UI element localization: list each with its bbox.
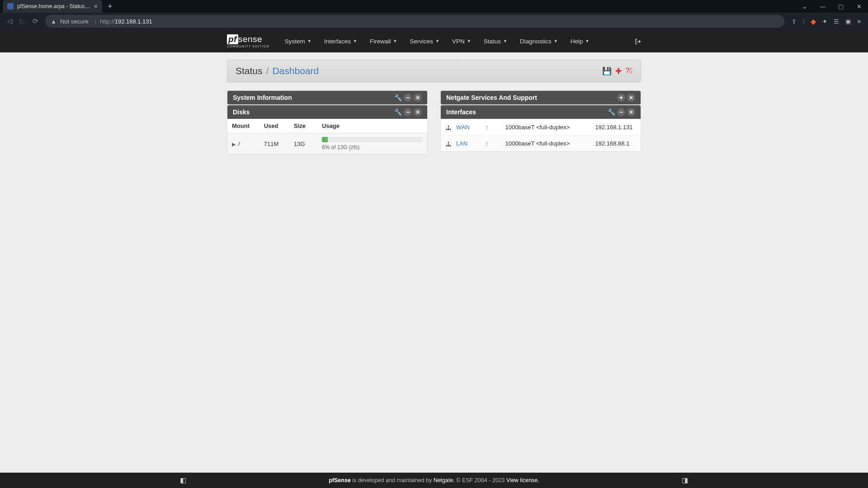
interface-media: 1000baseT <full-duplex> (501, 136, 591, 152)
not-secure-label: Not secure (60, 18, 89, 25)
panel-close-icon[interactable]: × (414, 108, 422, 116)
status-up-icon: ↑ (485, 140, 489, 147)
add-widget-icon[interactable]: ✚ (615, 66, 622, 76)
network-icon (445, 140, 453, 147)
panel-title: System Information (233, 94, 292, 101)
new-tab-button[interactable]: + (108, 2, 113, 11)
interface-row: WAN ↑ 1000baseT <full-duplex> 192.168.1.… (441, 119, 641, 136)
disk-row[interactable]: ▶/ 711M 13G 6% of 13G (zfs) (227, 133, 427, 155)
url-protocol: http:// (100, 18, 115, 25)
nav-menu: System▼ Interfaces▼ Firewall▼ Services▼ … (278, 30, 596, 52)
reader-icon[interactable]: ☰ (834, 18, 839, 25)
footer-toggle-left-icon[interactable]: ◧ (180, 476, 186, 484)
breadcrumb: Status / Dashboard 💾 ✚ ?⃝ (227, 60, 641, 82)
nav-interfaces[interactable]: Interfaces▼ (318, 30, 363, 52)
right-column: Netgate Services And Support + × Interfa… (440, 90, 641, 155)
panel-collapse-icon[interactable]: − (404, 94, 412, 102)
interface-link-wan[interactable]: WAN (456, 124, 470, 131)
browser-menu-icon[interactable]: ≡ (857, 18, 861, 25)
panel-collapse-icon[interactable]: − (404, 108, 412, 116)
usage-bar (322, 137, 423, 142)
window-minimize-icon[interactable]: — (814, 3, 832, 10)
svg-point-3 (450, 129, 451, 130)
page-content: Status / Dashboard 💾 ✚ ?⃝ System Informa… (227, 60, 641, 155)
interface-link-lan[interactable]: LAN (456, 140, 467, 147)
window-maximize-icon[interactable]: ▢ (832, 3, 850, 10)
footer-text: pfSense is developed and maintained by N… (329, 477, 539, 483)
back-button[interactable]: ◁ (4, 17, 16, 25)
not-secure-icon: ▲ (51, 18, 57, 25)
panel-title: Disks (233, 108, 250, 116)
breadcrumb-dashboard[interactable]: Dashboard (272, 66, 319, 76)
breadcrumb-status: Status (236, 66, 263, 76)
toolbar-right-icons: ⇪ | ◆ ✦ ☰ ▣ ≡ (788, 17, 864, 26)
panel-close-icon[interactable]: × (414, 94, 422, 102)
nav-diagnostics[interactable]: Diagnostics▼ (514, 30, 564, 52)
svg-point-1 (446, 129, 447, 130)
panel-collapse-icon[interactable]: − (617, 108, 625, 116)
svg-point-0 (448, 125, 449, 127)
svg-point-5 (446, 145, 447, 146)
disks-table: Mount Used Size Usage ▶/ 711M 13G 6% of (227, 119, 427, 154)
favicon (7, 3, 14, 9)
netgate-link[interactable]: Netgate. (434, 477, 455, 483)
breadcrumb-actions: 💾 ✚ ?⃝ (602, 66, 632, 76)
save-icon[interactable]: 💾 (602, 66, 612, 76)
logout-icon[interactable] (635, 37, 641, 46)
url-host: 192.168.1.131 (115, 18, 152, 25)
view-license-link[interactable]: View license. (506, 477, 539, 483)
panel-settings-icon[interactable]: 🔧 (607, 108, 615, 116)
svg-point-7 (450, 145, 451, 146)
tabs-dropdown-icon[interactable]: ⌄ (796, 3, 814, 10)
nav-status[interactable]: Status▼ (477, 30, 514, 52)
interfaces-table: WAN ↑ 1000baseT <full-duplex> 192.168.1.… (441, 119, 641, 151)
col-size: Size (289, 119, 317, 133)
interface-address: 192.168.88.1 (590, 136, 641, 152)
tab-close-icon[interactable]: × (94, 3, 98, 10)
netgate-panel: Netgate Services And Support + × (440, 90, 641, 105)
nav-vpn[interactable]: VPN▼ (446, 30, 477, 52)
nav-firewall[interactable]: Firewall▼ (363, 30, 403, 52)
main-nav: pfsense COMMUNITY EDITION System▼ Interf… (0, 30, 868, 52)
footer: ◧ pfSense is developed and maintained by… (0, 473, 868, 488)
extensions-icon[interactable]: ✦ (822, 18, 827, 25)
system-information-panel: System Information 🔧 − × (227, 90, 428, 105)
panel-title: Netgate Services And Support (446, 94, 537, 101)
panel-close-icon[interactable]: × (627, 94, 635, 102)
svg-point-4 (448, 141, 449, 143)
help-icon[interactable]: ?⃝ (625, 66, 632, 76)
svg-point-6 (448, 145, 449, 146)
panel-close-icon[interactable]: × (627, 108, 635, 116)
nav-help[interactable]: Help▼ (564, 30, 596, 52)
sidepanel-icon[interactable]: ▣ (845, 18, 851, 25)
interface-media: 1000baseT <full-duplex> (501, 119, 591, 136)
usage-text: 6% of 13G (zfs) (322, 144, 423, 150)
reload-button[interactable]: ⟳ (29, 17, 42, 25)
col-used: Used (259, 119, 289, 133)
logo[interactable]: pfsense COMMUNITY EDITION (227, 34, 269, 48)
interfaces-panel: Interfaces 🔧 − × (440, 105, 641, 152)
col-usage: Usage (317, 119, 427, 133)
panel-settings-icon[interactable]: 🔧 (394, 108, 402, 116)
panel-expand-icon[interactable]: + (617, 94, 625, 102)
left-column: System Information 🔧 − × Disks 🔧 − × (227, 90, 428, 155)
nav-system[interactable]: System▼ (278, 30, 318, 52)
footer-toggle-right-icon[interactable]: ◨ (682, 476, 688, 484)
brave-shield-icon[interactable]: ◆ (811, 17, 816, 26)
nav-services[interactable]: Services▼ (403, 30, 446, 52)
panel-title: Interfaces (446, 108, 476, 116)
disks-panel: Disks 🔧 − × Mount Used Size Usage (227, 105, 428, 155)
network-icon (445, 123, 453, 131)
window-controls: ⌄ — ▢ ✕ (796, 3, 868, 10)
panel-settings-icon[interactable]: 🔧 (394, 94, 402, 102)
window-close-icon[interactable]: ✕ (850, 3, 868, 10)
forward-button[interactable]: ▷ (16, 17, 29, 25)
status-up-icon: ↑ (485, 123, 489, 131)
browser-tab[interactable]: pfSense.home.arpa - Status: Dash × (3, 0, 102, 13)
browser-titlebar: pfSense.home.arpa - Status: Dash × + ⌄ —… (0, 0, 868, 13)
share-icon[interactable]: ⇪ (792, 18, 797, 25)
expand-icon[interactable]: ▶ (232, 141, 236, 147)
address-bar[interactable]: ▲ Not secure | http://192.168.1.131 (45, 15, 784, 28)
col-mount: Mount (227, 119, 259, 133)
interface-row: LAN ↑ 1000baseT <full-duplex> 192.168.88… (441, 136, 641, 152)
